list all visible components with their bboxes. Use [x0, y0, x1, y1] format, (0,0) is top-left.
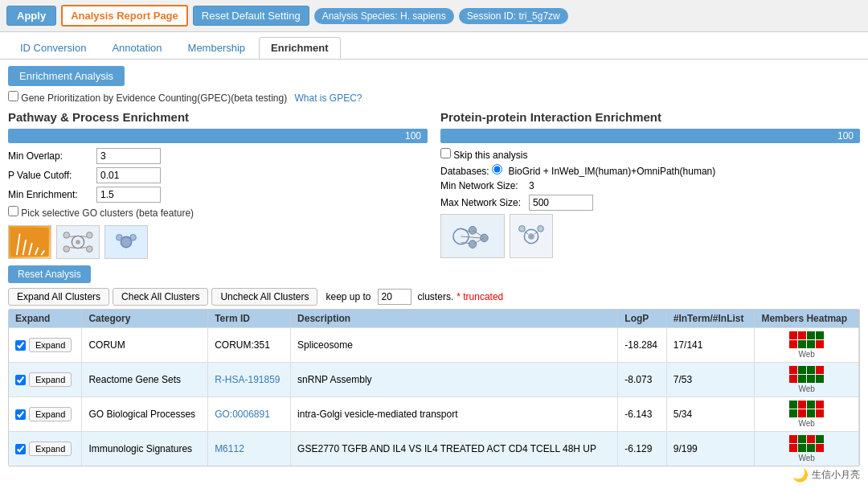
- keep-input[interactable]: [378, 289, 411, 305]
- row-checkbox[interactable]: [15, 444, 26, 454]
- heatmap-cell: [816, 366, 824, 374]
- heatmap-web-label: Web: [799, 350, 815, 359]
- expand-row-button[interactable]: Expand: [29, 338, 72, 352]
- heatmap-cell: [789, 444, 797, 452]
- td-term-id: M6112: [208, 432, 291, 466]
- heatmap-button[interactable]: Web: [761, 401, 852, 428]
- expand-all-button[interactable]: Expand All Clusters: [8, 288, 109, 306]
- gpec-link[interactable]: What is GPEC?: [295, 92, 362, 104]
- db-label: Databases:: [440, 166, 489, 177]
- go-clusters-checkbox[interactable]: [8, 206, 18, 216]
- enrichment-analysis-button[interactable]: Enrichment Analysis: [8, 66, 125, 86]
- td-term-id: R-HSA-191859: [208, 363, 291, 397]
- heatmap-cell: [798, 409, 806, 417]
- heatmap-cell: [798, 375, 806, 383]
- td-expand: Expand: [9, 397, 82, 432]
- table-row: ExpandCORUMCORUM:351Spliceosome-18.28417…: [9, 328, 859, 363]
- two-col-layout: Pathway & Process Enrichment 100 Min Ove…: [8, 110, 860, 259]
- apply-button[interactable]: Apply: [6, 6, 56, 26]
- heatmap-button[interactable]: Web: [761, 435, 852, 462]
- heatmap-button[interactable]: Web: [761, 366, 852, 393]
- term-id-link[interactable]: M6112: [215, 443, 244, 454]
- min-enrichment-input[interactable]: [96, 187, 161, 203]
- svg-point-11: [86, 246, 92, 253]
- heatmap-web-label: Web: [799, 419, 815, 428]
- reset-analysis-button[interactable]: Reset Analysis: [8, 265, 91, 283]
- min-enrichment-label: Min Enrichment:: [8, 189, 96, 200]
- skip-checkbox[interactable]: [440, 148, 451, 158]
- td-term-id: GO:0006891: [208, 397, 291, 432]
- max-network-row: Max Network Size:: [440, 195, 860, 211]
- td-category: CORUM: [82, 328, 208, 363]
- th-expand: Expand: [9, 310, 82, 328]
- thumb-1[interactable]: [8, 225, 51, 259]
- heatmap-cell: [789, 340, 797, 348]
- td-term-id: CORUM:351: [208, 328, 291, 363]
- row-checkbox[interactable]: [15, 375, 26, 385]
- heatmap-cell: [816, 340, 824, 348]
- term-id-link[interactable]: R-HSA-191859: [215, 374, 280, 385]
- table-header-row: Expand Category Term ID Description LogP…: [9, 310, 859, 328]
- heatmap-cell: [798, 366, 806, 374]
- skip-row: Skip this analysis: [440, 148, 860, 161]
- th-heatmap: Members Heatmap: [755, 310, 859, 328]
- heatmap-cell: [798, 435, 806, 443]
- heatmap-cell: [798, 331, 806, 339]
- thumb-2[interactable]: [56, 225, 100, 259]
- heatmap-cell: [807, 401, 815, 409]
- tab-enrichment[interactable]: Enrichment: [259, 37, 341, 59]
- table-row: ExpandReactome Gene SetsR-HSA-191859snRN…: [9, 363, 859, 397]
- heatmap-cell: [789, 375, 797, 383]
- expand-row-button[interactable]: Expand: [29, 372, 72, 387]
- check-all-button[interactable]: Check All Clusters: [113, 288, 208, 306]
- reset-default-button[interactable]: Reset Default Setting: [193, 6, 309, 26]
- gpec-checkbox[interactable]: [8, 91, 18, 101]
- ppi-title: Protein-protein Interaction Enrichment: [440, 110, 860, 124]
- uncheck-all-button[interactable]: Uncheck All Clusters: [211, 288, 317, 306]
- tab-id-conversion[interactable]: ID Conversion: [8, 37, 98, 59]
- heatmap-cell: [807, 366, 815, 374]
- tab-annotation[interactable]: Annotation: [100, 37, 174, 59]
- row-checkbox[interactable]: [15, 409, 26, 420]
- heatmap-cell: [807, 375, 815, 383]
- tab-bar: ID Conversion Annotation Membership Enri…: [0, 32, 868, 60]
- pvalue-row: P Value Cutoff:: [8, 167, 428, 183]
- keep-label: keep up to: [326, 291, 371, 302]
- session-badge: Session ID: tri_5g7zw: [459, 8, 568, 24]
- td-expand: Expand: [9, 432, 82, 466]
- td-heatmap: Web: [755, 432, 859, 466]
- ppi-thumb-1[interactable]: [440, 214, 505, 258]
- pvalue-input[interactable]: [96, 167, 161, 183]
- td-description: Spliceosome: [291, 328, 618, 363]
- heatmap-button[interactable]: Web: [761, 331, 852, 359]
- svg-point-9: [86, 232, 92, 239]
- analysis-report-button[interactable]: Analysis Report Page: [61, 5, 188, 27]
- thumb-3[interactable]: [104, 225, 148, 259]
- heatmap-cell: [798, 444, 806, 452]
- heatmap-cell: [816, 331, 824, 339]
- min-enrichment-row: Min Enrichment:: [8, 187, 428, 203]
- min-overlap-input[interactable]: [96, 148, 161, 164]
- pathway-progress: 100: [8, 129, 428, 143]
- term-id-link[interactable]: GO:0006891: [215, 409, 270, 420]
- heatmap-web-label: Web: [799, 384, 815, 393]
- thumbnail-row: [8, 225, 428, 259]
- tab-membership[interactable]: Membership: [176, 37, 258, 59]
- td-expand: Expand: [9, 328, 82, 363]
- svg-point-7: [76, 240, 80, 244]
- pathway-title: Pathway & Process Enrichment: [8, 110, 428, 124]
- heatmap-cell: [816, 444, 824, 452]
- heatmap-cell: [798, 340, 806, 348]
- th-interm: #InTerm/#InList: [666, 310, 755, 328]
- db-radio[interactable]: [492, 164, 502, 175]
- row-checkbox[interactable]: [15, 340, 26, 351]
- heatmap-cell: [816, 409, 824, 417]
- expand-row-button[interactable]: Expand: [29, 407, 72, 421]
- th-category: Category: [82, 310, 208, 328]
- svg-point-8: [63, 232, 70, 239]
- max-network-input[interactable]: [529, 195, 593, 211]
- td-heatmap: Web: [755, 397, 859, 432]
- expand-row-button[interactable]: Expand: [29, 442, 72, 456]
- skip-label: Skip this analysis: [453, 150, 527, 161]
- ppi-thumb-2[interactable]: [510, 214, 553, 258]
